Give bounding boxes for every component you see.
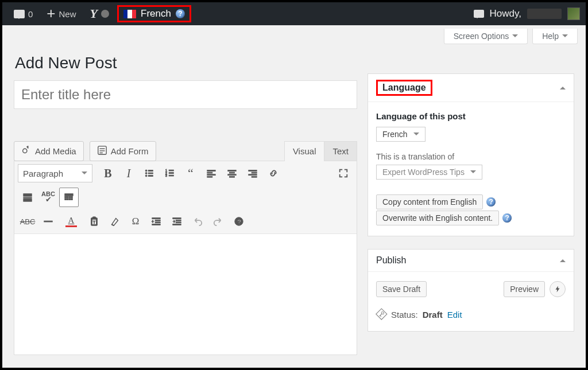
editor-box: Paragraph B I 123 “ — [14, 161, 357, 355]
save-draft-button[interactable]: Save Draft — [376, 281, 427, 297]
svg-rect-18 — [207, 170, 215, 172]
svg-rect-28 — [249, 174, 257, 176]
redo-button[interactable] — [208, 212, 228, 231]
language-of-post-label: Language of this post — [376, 111, 566, 121]
bullet-list-button[interactable] — [140, 163, 159, 183]
strikethrough-button[interactable]: ABC — [18, 212, 37, 231]
svg-rect-34 — [65, 196, 67, 198]
translation-of-label: This is a translation of — [376, 152, 566, 161]
format-select[interactable]: Paragraph — [18, 164, 92, 182]
post-title-input[interactable] — [14, 80, 357, 109]
add-form-button[interactable]: Add Form — [90, 141, 156, 161]
toolbar-toggle-button[interactable] — [59, 188, 79, 207]
howdy-label[interactable]: Howdy, — [490, 8, 521, 20]
svg-rect-23 — [230, 172, 235, 173]
amp-preview-button[interactable] — [550, 281, 566, 297]
preview-button[interactable]: Preview — [504, 281, 545, 297]
user-name-blur — [527, 9, 562, 19]
indent-button[interactable] — [167, 212, 187, 231]
text-color-button[interactable]: A — [59, 212, 83, 231]
blockquote-button[interactable]: “ — [181, 163, 200, 183]
keyboard-help-button[interactable]: ? — [229, 212, 249, 231]
svg-rect-13 — [169, 170, 173, 171]
svg-rect-48 — [155, 220, 160, 221]
editor-tab-text[interactable]: Text — [324, 141, 357, 161]
add-media-button[interactable]: Add Media — [14, 141, 84, 161]
admin-bar-right: Howdy, — [474, 7, 580, 20]
svg-rect-42 — [44, 221, 52, 222]
svg-rect-40 — [69, 198, 71, 200]
post-language-select[interactable]: French — [376, 127, 425, 142]
horizontal-rule-button[interactable] — [38, 212, 58, 231]
notification-icon[interactable] — [474, 10, 484, 18]
svg-rect-50 — [152, 224, 160, 225]
language-label: French — [141, 8, 171, 20]
svg-rect-15 — [169, 173, 173, 174]
add-form-label: Add Form — [111, 146, 149, 156]
svg-rect-39 — [67, 198, 68, 200]
svg-rect-52 — [176, 220, 181, 221]
translation-of-value: Expert WordPress Tips — [382, 168, 465, 177]
collapse-icon[interactable] — [560, 84, 566, 89]
svg-rect-29 — [252, 176, 257, 177]
svg-point-10 — [145, 175, 147, 177]
screen-options-tab[interactable]: Screen Options — [444, 29, 528, 44]
avatar[interactable] — [567, 7, 580, 20]
seo-status-dot-icon — [101, 10, 109, 18]
publish-metabox: Publish Save Draft Preview — [368, 249, 574, 332]
svg-rect-37 — [71, 196, 73, 198]
translation-of-select[interactable]: Expert WordPress Tips — [376, 165, 482, 180]
svg-rect-47 — [152, 218, 160, 219]
edit-status-link[interactable]: Edit — [447, 310, 462, 320]
numbered-list-button[interactable]: 123 — [160, 163, 180, 183]
help-icon[interactable]: ? — [176, 9, 185, 18]
comments-menu[interactable]: 0 — [8, 2, 38, 25]
svg-rect-36 — [69, 196, 71, 198]
fullscreen-button[interactable] — [334, 163, 353, 183]
collapse-icon[interactable] — [560, 256, 566, 262]
editor-tab-visual[interactable]: Visual — [284, 141, 325, 161]
overwrite-content-button[interactable]: Overwrite with English content. — [376, 211, 499, 225]
new-content-menu[interactable]: + New — [41, 2, 82, 25]
svg-rect-25 — [230, 176, 235, 177]
svg-rect-19 — [207, 172, 212, 173]
insert-link-button[interactable] — [264, 163, 283, 183]
yoast-menu[interactable]: Y — [84, 2, 115, 25]
help-icon[interactable]: ? — [486, 197, 496, 207]
svg-point-6 — [145, 170, 147, 172]
undo-button[interactable] — [188, 212, 207, 231]
post-language-value: French — [382, 130, 408, 139]
admin-bar-left: 0 + New Y French ? — [8, 2, 191, 25]
svg-rect-27 — [252, 172, 257, 173]
insert-read-more-button[interactable] — [18, 188, 37, 207]
editor-toolbar: Paragraph B I 123 “ — [14, 161, 357, 234]
screen-meta-links: Screen Options Help — [444, 29, 578, 44]
svg-rect-20 — [207, 174, 215, 176]
svg-rect-30 — [24, 194, 32, 197]
content-editor[interactable] — [14, 234, 357, 355]
spellcheck-button[interactable]: ABC ✔ — [38, 188, 58, 207]
yoast-icon: Y — [90, 6, 98, 21]
page-title: Add New Post — [15, 54, 357, 72]
align-right-button[interactable] — [243, 163, 262, 183]
france-flag-icon — [123, 10, 136, 18]
clear-formatting-button[interactable] — [105, 212, 125, 231]
svg-rect-38 — [65, 198, 67, 200]
align-center-button[interactable] — [222, 163, 242, 183]
svg-text:3: 3 — [165, 174, 167, 177]
svg-rect-24 — [228, 174, 236, 176]
bold-button[interactable]: B — [98, 163, 118, 183]
special-character-button[interactable]: Ω — [126, 212, 145, 231]
italic-button[interactable]: I — [119, 163, 138, 183]
align-left-button[interactable] — [202, 163, 221, 183]
svg-rect-11 — [148, 176, 153, 177]
paste-text-button[interactable]: T — [84, 212, 104, 231]
outdent-button[interactable] — [146, 212, 166, 231]
svg-text:T: T — [93, 220, 96, 225]
language-switcher[interactable]: French ? — [117, 2, 191, 25]
language-metabox-title: Language — [376, 80, 432, 96]
copy-content-button[interactable]: Copy content from English — [376, 194, 483, 209]
svg-rect-54 — [173, 224, 181, 225]
help-icon[interactable]: ? — [502, 213, 512, 223]
help-tab[interactable]: Help — [532, 29, 578, 44]
